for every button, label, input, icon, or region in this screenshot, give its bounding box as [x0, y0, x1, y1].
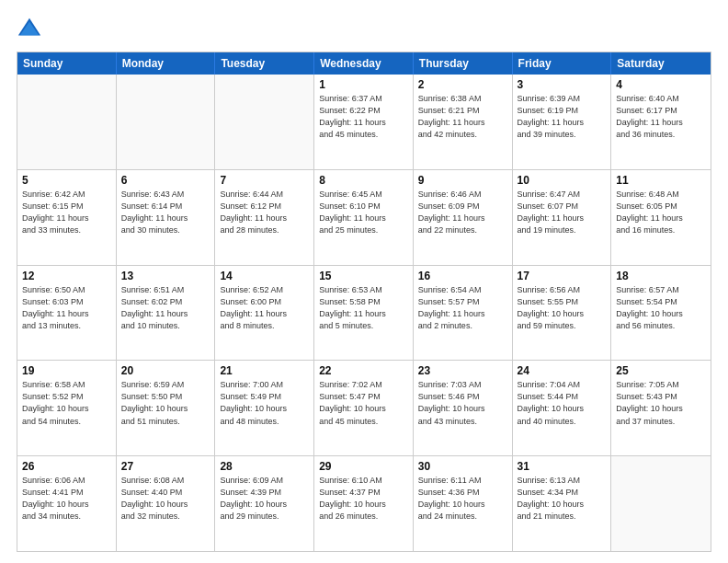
day-number: 27	[121, 460, 210, 473]
day-cell-3: 3Sunrise: 6:39 AM Sunset: 6:19 PM Daylig…	[513, 75, 612, 169]
day-cell-26: 26Sunrise: 6:06 AM Sunset: 4:41 PM Dayli…	[17, 456, 117, 551]
day-cell-8: 8Sunrise: 6:45 AM Sunset: 6:10 PM Daylig…	[314, 170, 414, 265]
calendar-row-3: 12Sunrise: 6:50 AM Sunset: 6:03 PM Dayli…	[17, 265, 711, 361]
day-cell-19: 19Sunrise: 6:58 AM Sunset: 5:52 PM Dayli…	[17, 361, 117, 455]
page: SundayMondayTuesdayWednesdayThursdayFrid…	[0, 0, 728, 563]
day-info: Sunrise: 6:06 AM Sunset: 4:41 PM Dayligh…	[22, 475, 111, 523]
day-cell-5: 5Sunrise: 6:42 AM Sunset: 6:15 PM Daylig…	[17, 170, 117, 265]
day-cell-28: 28Sunrise: 6:09 AM Sunset: 4:39 PM Dayli…	[215, 456, 314, 551]
day-number: 17	[518, 270, 607, 282]
day-info: Sunrise: 6:37 AM Sunset: 6:22 PM Dayligh…	[319, 93, 408, 141]
header-day-thursday: Thursday	[414, 52, 513, 75]
day-cell-30: 30Sunrise: 6:11 AM Sunset: 4:36 PM Dayli…	[414, 456, 513, 551]
day-info: Sunrise: 6:38 AM Sunset: 6:21 PM Dayligh…	[418, 93, 507, 141]
day-info: Sunrise: 6:59 AM Sunset: 5:50 PM Dayligh…	[121, 379, 210, 427]
day-info: Sunrise: 6:58 AM Sunset: 5:52 PM Dayligh…	[22, 379, 111, 427]
logo-icon	[17, 17, 42, 42]
day-number: 10	[518, 174, 607, 187]
header-day-sunday: Sunday	[17, 52, 117, 75]
day-cell-2: 2Sunrise: 6:38 AM Sunset: 6:21 PM Daylig…	[414, 75, 513, 169]
day-cell-15: 15Sunrise: 6:53 AM Sunset: 5:58 PM Dayli…	[314, 266, 414, 361]
day-cell-7: 7Sunrise: 6:44 AM Sunset: 6:12 PM Daylig…	[215, 170, 314, 265]
day-number: 11	[616, 174, 706, 187]
day-number: 24	[518, 364, 607, 377]
day-cell-13: 13Sunrise: 6:51 AM Sunset: 6:02 PM Dayli…	[117, 266, 216, 361]
day-info: Sunrise: 6:13 AM Sunset: 4:34 PM Dayligh…	[518, 475, 607, 523]
day-number: 26	[22, 460, 111, 473]
day-info: Sunrise: 6:08 AM Sunset: 4:40 PM Dayligh…	[121, 475, 210, 523]
day-number: 23	[418, 364, 507, 377]
day-cell-24: 24Sunrise: 7:04 AM Sunset: 5:44 PM Dayli…	[513, 361, 612, 455]
empty-cell	[215, 75, 314, 169]
calendar-row-5: 26Sunrise: 6:06 AM Sunset: 4:41 PM Dayli…	[17, 455, 711, 551]
day-info: Sunrise: 7:04 AM Sunset: 5:44 PM Dayligh…	[518, 379, 607, 427]
calendar-row-4: 19Sunrise: 6:58 AM Sunset: 5:52 PM Dayli…	[17, 360, 711, 455]
day-cell-16: 16Sunrise: 6:54 AM Sunset: 5:57 PM Dayli…	[414, 266, 513, 361]
day-cell-25: 25Sunrise: 7:05 AM Sunset: 5:43 PM Dayli…	[611, 361, 711, 455]
day-cell-21: 21Sunrise: 7:00 AM Sunset: 5:49 PM Dayli…	[215, 361, 314, 455]
day-info: Sunrise: 6:56 AM Sunset: 5:55 PM Dayligh…	[518, 284, 607, 332]
day-number: 8	[319, 174, 408, 187]
day-number: 15	[319, 270, 408, 282]
day-cell-27: 27Sunrise: 6:08 AM Sunset: 4:40 PM Dayli…	[117, 456, 216, 551]
day-info: Sunrise: 7:02 AM Sunset: 5:47 PM Dayligh…	[319, 379, 408, 427]
day-cell-31: 31Sunrise: 6:13 AM Sunset: 4:34 PM Dayli…	[513, 456, 612, 551]
day-cell-17: 17Sunrise: 6:56 AM Sunset: 5:55 PM Dayli…	[513, 266, 612, 361]
day-info: Sunrise: 6:39 AM Sunset: 6:19 PM Dayligh…	[518, 93, 607, 141]
day-cell-1: 1Sunrise: 6:37 AM Sunset: 6:22 PM Daylig…	[314, 75, 414, 169]
calendar: SundayMondayTuesdayWednesdayThursdayFrid…	[17, 52, 711, 552]
calendar-body: 1Sunrise: 6:37 AM Sunset: 6:22 PM Daylig…	[17, 75, 711, 551]
calendar-row-2: 5Sunrise: 6:42 AM Sunset: 6:15 PM Daylig…	[17, 169, 711, 265]
day-number: 3	[518, 78, 607, 91]
day-info: Sunrise: 6:44 AM Sunset: 6:12 PM Dayligh…	[220, 189, 309, 236]
day-cell-9: 9Sunrise: 6:46 AM Sunset: 6:09 PM Daylig…	[414, 170, 513, 265]
day-cell-11: 11Sunrise: 6:48 AM Sunset: 6:05 PM Dayli…	[611, 170, 711, 265]
day-info: Sunrise: 6:11 AM Sunset: 4:36 PM Dayligh…	[418, 475, 507, 523]
day-number: 29	[319, 460, 408, 473]
day-cell-4: 4Sunrise: 6:40 AM Sunset: 6:17 PM Daylig…	[611, 75, 711, 169]
day-number: 16	[418, 270, 507, 282]
day-number: 2	[418, 78, 507, 91]
day-number: 14	[220, 270, 309, 282]
day-info: Sunrise: 6:50 AM Sunset: 6:03 PM Dayligh…	[22, 284, 111, 332]
day-info: Sunrise: 7:03 AM Sunset: 5:46 PM Dayligh…	[418, 379, 507, 427]
day-info: Sunrise: 6:57 AM Sunset: 5:54 PM Dayligh…	[616, 284, 706, 332]
day-info: Sunrise: 6:42 AM Sunset: 6:15 PM Dayligh…	[22, 189, 111, 236]
day-info: Sunrise: 6:54 AM Sunset: 5:57 PM Dayligh…	[418, 284, 507, 332]
day-number: 6	[121, 174, 210, 187]
day-number: 5	[22, 174, 111, 187]
day-number: 22	[319, 364, 408, 377]
day-number: 19	[22, 364, 111, 377]
day-number: 4	[616, 78, 706, 91]
day-info: Sunrise: 6:47 AM Sunset: 6:07 PM Dayligh…	[518, 189, 607, 236]
header-day-tuesday: Tuesday	[215, 52, 314, 75]
day-info: Sunrise: 6:46 AM Sunset: 6:09 PM Dayligh…	[418, 189, 507, 236]
day-info: Sunrise: 6:48 AM Sunset: 6:05 PM Dayligh…	[616, 189, 706, 236]
calendar-header: SundayMondayTuesdayWednesdayThursdayFrid…	[17, 52, 711, 75]
day-cell-23: 23Sunrise: 7:03 AM Sunset: 5:46 PM Dayli…	[414, 361, 513, 455]
header-day-friday: Friday	[513, 52, 612, 75]
day-number: 18	[616, 270, 706, 282]
day-number: 25	[616, 364, 706, 377]
empty-cell	[611, 456, 711, 551]
day-number: 7	[220, 174, 309, 187]
day-info: Sunrise: 6:09 AM Sunset: 4:39 PM Dayligh…	[220, 475, 309, 523]
empty-cell	[17, 75, 117, 169]
day-cell-29: 29Sunrise: 6:10 AM Sunset: 4:37 PM Dayli…	[314, 456, 414, 551]
day-number: 31	[518, 460, 607, 473]
day-number: 1	[319, 78, 408, 91]
day-info: Sunrise: 7:00 AM Sunset: 5:49 PM Dayligh…	[220, 379, 309, 427]
day-cell-14: 14Sunrise: 6:52 AM Sunset: 6:00 PM Dayli…	[215, 266, 314, 361]
empty-cell	[117, 75, 216, 169]
header-day-wednesday: Wednesday	[314, 52, 414, 75]
day-info: Sunrise: 7:05 AM Sunset: 5:43 PM Dayligh…	[616, 379, 706, 427]
day-number: 30	[418, 460, 507, 473]
day-cell-20: 20Sunrise: 6:59 AM Sunset: 5:50 PM Dayli…	[117, 361, 216, 455]
day-cell-10: 10Sunrise: 6:47 AM Sunset: 6:07 PM Dayli…	[513, 170, 612, 265]
day-info: Sunrise: 6:45 AM Sunset: 6:10 PM Dayligh…	[319, 189, 408, 236]
day-info: Sunrise: 6:10 AM Sunset: 4:37 PM Dayligh…	[319, 475, 408, 523]
day-info: Sunrise: 6:51 AM Sunset: 6:02 PM Dayligh…	[121, 284, 210, 332]
calendar-row-1: 1Sunrise: 6:37 AM Sunset: 6:22 PM Daylig…	[17, 75, 711, 169]
day-info: Sunrise: 6:40 AM Sunset: 6:17 PM Dayligh…	[616, 93, 706, 141]
header-day-monday: Monday	[117, 52, 216, 75]
